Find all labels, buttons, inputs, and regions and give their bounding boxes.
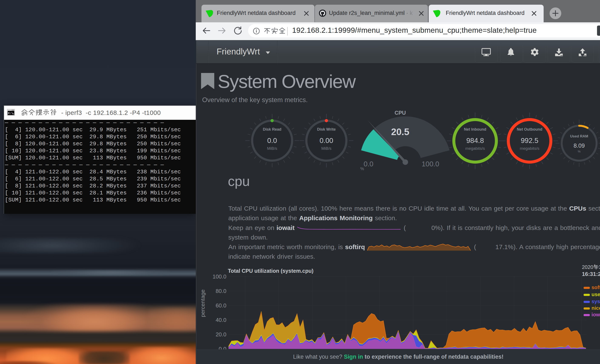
svg-text:C:\: C:\ [8,112,13,115]
